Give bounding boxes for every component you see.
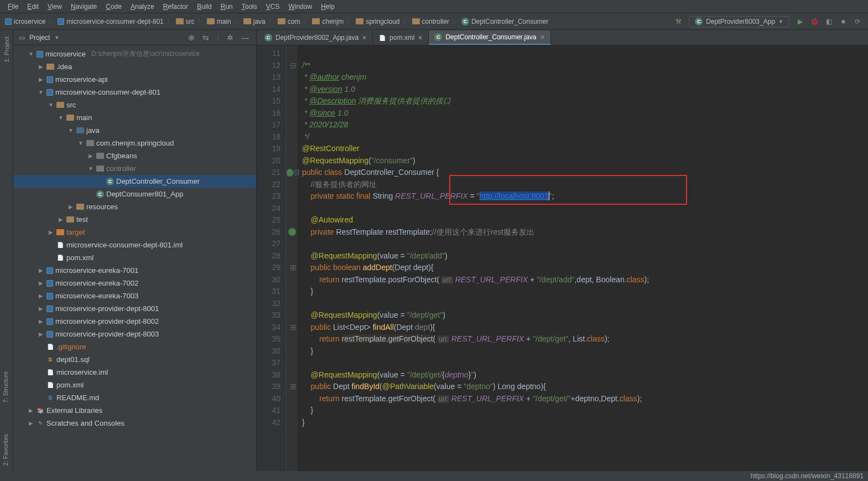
divider-icon: | [215, 33, 221, 42]
menu-view[interactable]: View [43, 3, 66, 11]
tree-item[interactable]: ▶📚External Libraries [13, 404, 256, 417]
status-bar: https://blog.csdn.net/weixin_43118891 [751, 471, 864, 481]
tree-item[interactable]: ▼java [13, 124, 256, 137]
menu-code[interactable]: Code [101, 3, 126, 11]
tree-item[interactable]: ▶microservice-provider-dept-8003 [13, 328, 256, 340]
project-panel-title: Project [29, 34, 50, 42]
tree-item[interactable]: ▼main [13, 111, 256, 124]
tree-item[interactable]: ▼com.chenjm.springcloud [13, 137, 256, 149]
breadcrumb-item[interactable]: com [276, 18, 302, 25]
run-config-label: DeptProvider8003_App [706, 18, 775, 25]
collapse-icon[interactable]: ⇆ [201, 33, 211, 42]
target-icon[interactable]: ⊕ [186, 33, 196, 42]
line-gutter: 1112131415161718192021222324252627282930… [257, 45, 287, 471]
breadcrumb-item[interactable]: main [205, 18, 233, 25]
menu-bar: FileEditViewNavigateCodeAnalyzeRefactorB… [0, 0, 868, 13]
menu-navigate[interactable]: Navigate [66, 3, 101, 11]
code-editor[interactable]: 1112131415161718192021222324252627282930… [257, 45, 868, 471]
run-configuration-selector[interactable]: C DeptProvider8003_App ▼ [689, 16, 789, 27]
tree-item[interactable]: 📄.gitignore [13, 340, 256, 353]
tree-item[interactable]: ▶microservice-eureka-7003 [13, 289, 256, 302]
menu-window[interactable]: Window [284, 3, 316, 11]
coverage-icon[interactable]: ◧ [824, 17, 834, 27]
breadcrumb-item[interactable]: java [242, 18, 267, 25]
update-icon[interactable]: ⟳ [853, 17, 862, 27]
tree-item[interactable]: ▼src [13, 99, 256, 111]
editor-tabs: CDeptProvider8002_App.java✕📄pom.xml✕CDep… [257, 30, 868, 45]
project-tree[interactable]: ▼microserviceD:\chenjm\开发信息\ocr\microser… [13, 45, 256, 471]
close-icon[interactable]: ✕ [540, 34, 545, 41]
gear-icon[interactable]: ✲ [225, 33, 235, 42]
tree-item[interactable]: ▶target [13, 226, 256, 239]
tree-item[interactable]: 📄microservice.iml [13, 366, 256, 379]
menu-edit[interactable]: Edit [23, 3, 43, 11]
tree-item[interactable]: ▼microservice-consumer-dept-801 [13, 86, 256, 99]
tree-item[interactable]: ▶microservice-eureka-7002 [13, 277, 256, 289]
tree-item[interactable]: 🗎README.md [13, 391, 256, 404]
menu-run[interactable]: Run [216, 3, 237, 11]
tree-item[interactable]: CDeptController_Consumer [13, 175, 256, 188]
tree-item[interactable]: ▶microservice-api [13, 73, 256, 86]
tree-item[interactable]: 📄pom.xml [13, 379, 256, 391]
marker-gutter: ⊟⊟⊞⊞⊞ [287, 45, 298, 471]
close-icon[interactable]: ✕ [362, 34, 367, 42]
class-icon: C [695, 18, 703, 25]
tool-favorites[interactable]: 2: Favorites [1, 430, 10, 470]
tree-item[interactable]: ▶.idea [13, 60, 256, 73]
breadcrumb-item[interactable]: springcloud [354, 18, 401, 25]
breadcrumb-item[interactable]: microservice-consumer-dept-801 [56, 18, 165, 25]
menu-file[interactable]: File [3, 3, 23, 11]
stop-icon[interactable]: ■ [838, 17, 848, 27]
tree-item[interactable]: ▶resources [13, 200, 256, 213]
tree-item[interactable]: 🗎dept01.sql [13, 353, 256, 366]
navigation-bar: icroservice〉microservice-consumer-dept-8… [0, 13, 868, 30]
watermark-text: https://blog.csdn.net/weixin_43118891 [751, 472, 864, 480]
editor-tab[interactable]: CDeptProvider8002_App.java✕ [259, 30, 373, 45]
debug-icon[interactable]: 🐞 [809, 17, 819, 27]
menu-vcs[interactable]: VCS [262, 3, 284, 11]
build-icon[interactable]: ⚒ [673, 17, 683, 27]
left-tool-strip: 1: Project 7: Structure 2: Favorites [0, 30, 13, 471]
tree-item[interactable]: ▼microserviceD:\chenjm\开发信息\ocr\microser… [13, 48, 256, 60]
tool-structure[interactable]: 7: Structure [1, 367, 10, 407]
code-content[interactable]: /** * @author chenjm * @version 1.0 * @D… [298, 45, 868, 471]
breadcrumb-item[interactable]: icroservice [3, 18, 47, 25]
tree-item[interactable]: 📄pom.xml [13, 251, 256, 264]
run-icon[interactable]: ▶ [795, 17, 805, 27]
tree-item[interactable]: ▼controller [13, 162, 256, 175]
breadcrumb-item[interactable]: controller [410, 18, 451, 25]
tree-item[interactable]: 📄microservice-consumer-dept-801.iml [13, 239, 256, 251]
menu-tools[interactable]: Tools [237, 3, 262, 11]
breadcrumb-item[interactable]: chenjm [310, 18, 345, 25]
close-icon[interactable]: ✕ [418, 34, 423, 42]
project-panel-header: ▭ Project ▼ ⊕ ⇆ | ✲ — [13, 30, 256, 45]
gutter-run-icon[interactable] [288, 228, 296, 236]
menu-refactor[interactable]: Refactor [159, 3, 193, 11]
editor-area: CDeptProvider8002_App.java✕📄pom.xml✕CDep… [257, 30, 868, 471]
project-panel: ▭ Project ▼ ⊕ ⇆ | ✲ — ▼microserviceD:\ch… [13, 30, 257, 471]
hide-icon[interactable]: — [240, 33, 251, 42]
menu-build[interactable]: Build [193, 3, 216, 11]
breadcrumb-item[interactable]: CDeptController_Consumer [460, 18, 550, 25]
chevron-down-icon: ▼ [778, 19, 783, 24]
chevron-down-icon[interactable]: ▼ [54, 35, 59, 40]
tree-item[interactable]: ▶microservice-provider-dept-8001 [13, 302, 256, 315]
menu-analyze[interactable]: Analyze [126, 3, 159, 11]
tree-item[interactable]: ▶microservice-provider-dept-8002 [13, 315, 256, 328]
project-selector-icon[interactable]: ▭ [19, 34, 25, 42]
editor-tab[interactable]: CDeptController_Consumer.java✕ [429, 30, 550, 45]
menu-help[interactable]: Help [316, 3, 339, 11]
tree-item[interactable]: CDeptConsumer801_App [13, 188, 256, 200]
editor-tab[interactable]: 📄pom.xml✕ [373, 30, 429, 45]
gutter-run-icon[interactable] [287, 169, 293, 177]
tree-item[interactable]: ▶✎Scratches and Consoles [13, 417, 256, 430]
tree-item[interactable]: ▶microservice-eureka-7001 [13, 264, 256, 277]
tree-item[interactable]: ▶test [13, 213, 256, 226]
tool-project[interactable]: 1: Project [2, 32, 11, 66]
tree-item[interactable]: ▶Cfgbeans [13, 149, 256, 162]
breadcrumb-item[interactable]: src [174, 18, 196, 25]
